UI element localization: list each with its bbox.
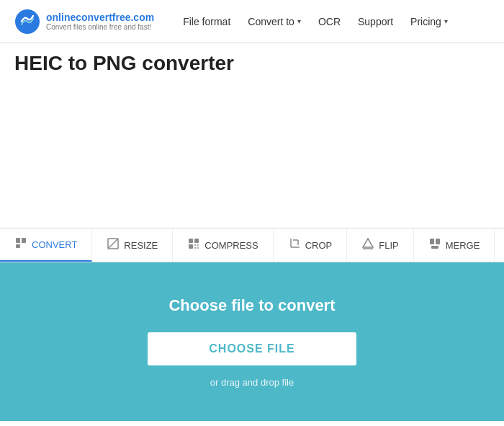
nav-convert-to[interactable]: Convert to ▾ xyxy=(248,16,301,27)
nav-ocr[interactable]: OCR xyxy=(318,16,341,27)
page-title: HEIC to PNG converter xyxy=(14,52,490,75)
tab-flip[interactable]: FLIP xyxy=(347,228,413,262)
tab-crop[interactable]: CROP xyxy=(274,228,348,262)
nav-file-format[interactable]: File format xyxy=(183,16,230,27)
logo-subtitle: Convert files online free and fast! xyxy=(46,23,154,31)
crop-icon xyxy=(288,237,301,253)
tab-merge[interactable]: MERGE xyxy=(414,228,495,262)
svg-rect-1 xyxy=(16,238,20,243)
pricing-dropdown-arrow: ▾ xyxy=(444,17,448,25)
merge-icon xyxy=(428,237,441,253)
flip-icon xyxy=(361,237,374,253)
logo-text-block: onlineconvertfree.com Convert files onli… xyxy=(46,12,154,31)
header: onlineconvertfree.com Convert files onli… xyxy=(0,0,504,43)
page-title-bar: HEIC to PNG converter xyxy=(0,43,504,84)
svg-rect-6 xyxy=(189,239,193,243)
tab-compress[interactable]: COMPRESS xyxy=(173,228,273,262)
resize-icon xyxy=(107,237,120,253)
upload-title: Choose file to convert xyxy=(168,296,335,315)
tab-convert[interactable]: CONVERT xyxy=(0,228,92,262)
svg-rect-19 xyxy=(436,239,440,244)
tab-resize[interactable]: RESIZE xyxy=(92,228,173,262)
logo-area[interactable]: onlineconvertfree.com Convert files onli… xyxy=(14,9,154,35)
upload-section: Choose file to convert CHOOSE FILE or dr… xyxy=(0,262,504,421)
convert-icon xyxy=(14,236,27,252)
svg-marker-16 xyxy=(363,239,373,247)
convert-to-dropdown-arrow: ▾ xyxy=(297,17,301,25)
svg-rect-8 xyxy=(189,244,193,249)
svg-rect-20 xyxy=(431,246,438,249)
svg-rect-18 xyxy=(430,239,434,244)
toolbar: CONVERT RESIZE COMPRESS xyxy=(0,228,504,262)
svg-line-5 xyxy=(108,239,118,249)
nav-support[interactable]: Support xyxy=(358,16,393,27)
logo-title: onlineconvertfree.com xyxy=(46,12,154,23)
svg-rect-3 xyxy=(16,244,20,248)
compress-icon xyxy=(187,237,200,253)
logo-icon xyxy=(14,9,40,35)
content-area xyxy=(0,84,504,228)
svg-rect-2 xyxy=(22,238,26,243)
svg-rect-7 xyxy=(194,239,199,243)
drag-drop-text: or drag and drop file xyxy=(210,377,294,388)
choose-file-button[interactable]: CHOOSE FILE xyxy=(148,332,356,365)
main-nav: File format Convert to ▾ OCR Support Pri… xyxy=(183,16,448,27)
nav-pricing[interactable]: Pricing ▾ xyxy=(410,16,448,27)
